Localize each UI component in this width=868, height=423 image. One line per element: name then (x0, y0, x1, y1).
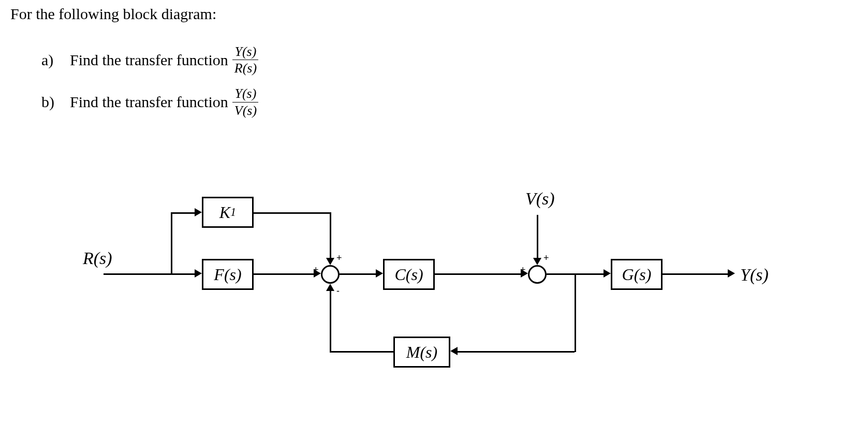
block-C: C(s) (383, 259, 435, 290)
fraction-b-den: V(s) (232, 103, 259, 119)
line-to-K1 (171, 212, 196, 214)
block-K1-sub: 1 (230, 206, 236, 219)
arrow-M-to-sj1 (326, 284, 334, 291)
question-list: a) Find the transfer function Y(s) R(s) … (41, 43, 858, 119)
fraction-b: Y(s) V(s) (232, 85, 259, 118)
disturbance-signal-label: V(s) (525, 189, 555, 209)
line-feedback-to-M (457, 351, 575, 353)
line-feedback-down (575, 273, 576, 352)
line-G-to-Y (663, 273, 729, 275)
line-sj1-to-C (340, 273, 377, 275)
line-C-to-sj2 (435, 273, 522, 275)
arrow-to-K1 (195, 208, 202, 216)
line-K1-out-h (254, 212, 330, 214)
block-M: M(s) (393, 337, 450, 368)
input-signal-label: R(s) (83, 249, 112, 268)
arrow-sj2-to-G (604, 269, 611, 278)
prompt-text: For the following block diagram: (10, 5, 858, 23)
arrow-to-F (195, 269, 202, 278)
block-K1-base: K (219, 203, 230, 222)
question-a-text: Find the transfer function (70, 51, 228, 69)
line-branch-vertical (171, 212, 172, 274)
line-M-out-h (330, 351, 393, 353)
question-a-label: a) (41, 51, 60, 69)
fraction-a-num: Y(s) (232, 43, 258, 60)
summing-junction-1 (321, 265, 340, 284)
question-a-body: Find the transfer function Y(s) R(s) (70, 43, 259, 76)
block-G: G(s) (611, 259, 663, 290)
fraction-a: Y(s) R(s) (232, 43, 259, 76)
block-K1: K1 (202, 197, 254, 228)
sj1-sign-bottom: - (336, 286, 340, 297)
arrow-G-to-Y (728, 269, 735, 278)
line-K1-out-v (330, 212, 331, 259)
block-F: F(s) (202, 259, 254, 290)
arrow-V-to-sj2 (533, 258, 541, 265)
question-b-body: Find the transfer function Y(s) V(s) (70, 85, 259, 118)
question-b-text: Find the transfer function (70, 93, 228, 111)
block-diagram: R(s) V(s) Y(s) K1 F(s) C(s) G(s) M(s) + … (72, 186, 823, 393)
line-input (104, 273, 171, 275)
output-signal-label: Y(s) (740, 265, 769, 285)
line-to-F (171, 273, 196, 275)
fraction-b-num: Y(s) (232, 85, 258, 102)
arrow-F-to-sj1 (314, 269, 321, 278)
line-M-out-v (330, 290, 331, 352)
sj1-sign-top: + (336, 253, 342, 264)
question-a: a) Find the transfer function Y(s) R(s) (41, 43, 858, 76)
sj2-sign-top: + (543, 253, 549, 264)
question-b-label: b) (41, 93, 60, 111)
arrow-sj1-to-C (376, 269, 383, 278)
summing-junction-2 (528, 265, 547, 284)
line-F-to-sj1 (254, 273, 315, 275)
arrow-feedback-to-M (450, 347, 458, 355)
arrow-C-to-sj2 (521, 269, 528, 278)
fraction-a-den: R(s) (232, 60, 259, 76)
arrow-K1-to-sj1 (326, 258, 334, 265)
question-b: b) Find the transfer function Y(s) V(s) (41, 85, 858, 118)
line-V-to-sj2 (537, 215, 538, 259)
